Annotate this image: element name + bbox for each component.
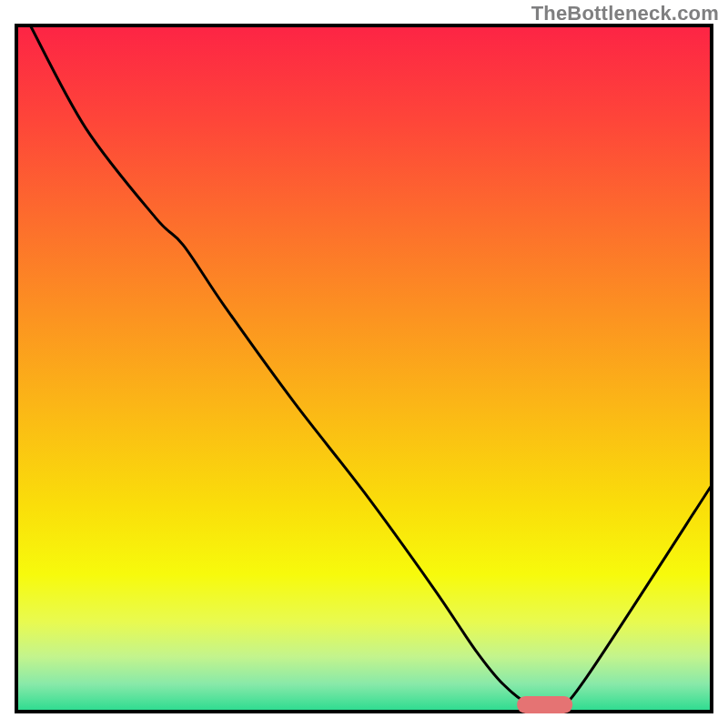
watermark-text: TheBottleneck.com xyxy=(531,2,719,25)
gradient-background xyxy=(16,25,712,712)
bottleneck-chart xyxy=(0,0,728,728)
chart-container: TheBottleneck.com xyxy=(0,0,728,728)
optimal-marker xyxy=(517,696,572,713)
